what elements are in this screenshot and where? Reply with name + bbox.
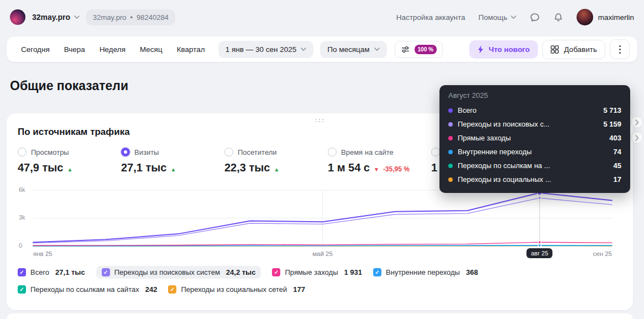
chevron-right-icon bbox=[635, 119, 639, 125]
top-bar-right: Настройка аккаунта Помощь maximerlin bbox=[396, 9, 634, 25]
legend-label: Прямые заходы bbox=[285, 268, 338, 276]
radio-icon bbox=[328, 148, 337, 156]
chevron-down-icon bbox=[301, 48, 306, 51]
metric-value: 1 м 54 с bbox=[328, 161, 370, 174]
more-options-button[interactable] bbox=[610, 39, 630, 59]
tooltip-row: Переходы по ссылкам на ... 45 bbox=[448, 159, 621, 172]
sampling-badge: 100 % bbox=[415, 45, 437, 54]
radio-icon bbox=[224, 148, 233, 156]
preset-month[interactable]: Месяц bbox=[133, 41, 169, 58]
trend-up-icon: ▲ bbox=[274, 166, 279, 172]
metric-value: 27,1 тыс bbox=[121, 161, 166, 174]
metric-time-on-site[interactable]: Время на сайте 1 м 54 с▼-35,95 % bbox=[328, 148, 431, 174]
add-button[interactable]: Добавить bbox=[542, 40, 605, 59]
checkbox-icon: ✓ bbox=[272, 268, 280, 276]
sampling-control[interactable]: 100 % bbox=[395, 41, 443, 58]
series-dot-icon bbox=[448, 108, 453, 113]
metric-views[interactable]: Просмотры 47,9 тыс▲ bbox=[18, 148, 121, 174]
counter-logo[interactable] bbox=[10, 9, 25, 25]
account-settings-link[interactable]: Настройка аккаунта bbox=[396, 13, 465, 22]
preset-today[interactable]: Сегодня bbox=[14, 41, 56, 58]
metric-value: 47,9 тыс bbox=[18, 161, 63, 174]
y-tick: 3k bbox=[19, 214, 25, 221]
tooltip-label: Переходы по ссылкам на ... bbox=[458, 161, 550, 170]
series-dot-icon bbox=[448, 164, 453, 168]
x-tick-highlighted: авг 25 bbox=[526, 248, 552, 258]
lightning-icon bbox=[478, 45, 484, 54]
add-label: Добавить bbox=[564, 45, 597, 54]
help-menu[interactable]: Помощь bbox=[479, 13, 516, 22]
tooltip-label: Прямые заходы bbox=[458, 134, 511, 142]
help-label: Помощь bbox=[479, 13, 507, 22]
whats-new-button[interactable]: Что нового bbox=[469, 40, 538, 59]
radio-selected-icon bbox=[121, 148, 130, 156]
tooltip-row: Всего 5 713 bbox=[448, 103, 621, 117]
scroll-next-button[interactable] bbox=[631, 132, 643, 144]
x-tick: сен 25 bbox=[593, 250, 612, 257]
tooltip-value: 74 bbox=[614, 148, 621, 156]
series-dot-icon bbox=[448, 136, 453, 140]
preset-yesterday[interactable]: Вчера bbox=[57, 41, 92, 58]
legend-value: 27,1 тыс bbox=[55, 268, 85, 276]
metric-label: Просмотры bbox=[31, 148, 69, 156]
chevron-right-icon bbox=[635, 135, 639, 141]
counter-info: 32may.pro • 98240284 bbox=[86, 9, 175, 25]
metric-visitors[interactable]: Посетители 22,3 тыс▲ bbox=[224, 148, 328, 174]
counter-name: 32may.pro bbox=[93, 13, 126, 22]
chat-button[interactable] bbox=[530, 12, 540, 23]
chart-plot-area[interactable] bbox=[33, 187, 612, 247]
metric-value: 1 bbox=[431, 161, 437, 174]
x-tick: янв 25 bbox=[33, 250, 53, 257]
toolbar-right: Что нового Добавить bbox=[469, 39, 630, 59]
chart-legend: ✓ Всего 27,1 тыс ✓ Переходы из поисковых… bbox=[18, 266, 622, 296]
date-range-value: 1 янв — 30 сен 2025 bbox=[226, 45, 296, 54]
drag-handle[interactable] bbox=[314, 117, 326, 124]
legend-label: Переходы из поисковых систем bbox=[114, 268, 220, 276]
preset-quarter[interactable]: Квартал bbox=[170, 41, 212, 58]
legend-value: 242 bbox=[145, 285, 158, 294]
legend-value: 24,2 тыс bbox=[226, 268, 256, 276]
metric-visits[interactable]: Визиты 27,1 тыс▲ bbox=[121, 148, 224, 174]
tooltip-label: Всего bbox=[458, 106, 477, 114]
tooltip-label: Внутренние переходы bbox=[458, 148, 532, 156]
legend-value: 368 bbox=[466, 268, 478, 276]
series-dot-icon bbox=[448, 177, 453, 182]
kebab-icon bbox=[619, 45, 621, 47]
site-selector[interactable]: 32may.pro bbox=[32, 13, 80, 22]
x-tick: май 25 bbox=[312, 250, 333, 257]
y-axis: 6k 3k 0 bbox=[18, 187, 33, 247]
checkbox-icon: ✓ bbox=[373, 268, 381, 276]
user-menu[interactable]: maximerlin bbox=[577, 9, 634, 25]
tooltip-row: Прямые заходы 403 bbox=[448, 131, 621, 145]
chevron-down-icon bbox=[74, 15, 80, 19]
preset-week[interactable]: Неделя bbox=[93, 41, 132, 58]
legend-item-direct[interactable]: ✓ Прямые заходы 1 931 bbox=[272, 266, 362, 279]
legend-item-total[interactable]: ✓ Всего 27,1 тыс bbox=[18, 266, 85, 279]
y-tick: 0 bbox=[19, 242, 22, 249]
tooltip-row: Внутренние переходы 74 bbox=[448, 145, 621, 159]
chevron-down-icon bbox=[511, 15, 516, 19]
grouping-value: По месяцам bbox=[327, 45, 369, 54]
grouping-select[interactable]: По месяцам bbox=[320, 41, 386, 58]
notifications-button[interactable] bbox=[553, 12, 563, 23]
legend-label: Внутренние переходы bbox=[386, 268, 460, 276]
legend-label: Всего bbox=[30, 268, 49, 276]
report-toolbar: Сегодня Вчера Неделя Месяц Квартал 1 янв… bbox=[7, 36, 637, 62]
legend-item-internal[interactable]: ✓ Внутренние переходы 368 bbox=[373, 266, 478, 279]
metric-value: 22,3 тыс bbox=[224, 161, 270, 174]
site-selector-label: 32may.pro bbox=[32, 13, 70, 22]
legend-item-social[interactable]: ✓ Переходы из социальных сетей 177 bbox=[168, 283, 305, 296]
series-dot-icon bbox=[448, 150, 453, 154]
scroll-next-button[interactable] bbox=[631, 116, 643, 128]
sliders-icon bbox=[401, 45, 410, 54]
legend-item-links[interactable]: ✓ Переходы по ссылкам на сайтах 242 bbox=[18, 283, 157, 296]
trend-up-icon: ▲ bbox=[170, 166, 176, 172]
line-chart-svg bbox=[33, 187, 612, 247]
counter-id: 98240284 bbox=[137, 13, 169, 22]
date-range-select[interactable]: 1 янв — 30 сен 2025 bbox=[218, 41, 313, 58]
legend-label: Переходы по ссылкам на сайтах bbox=[30, 285, 139, 294]
chevron-down-icon bbox=[374, 48, 380, 51]
trend-up-icon: ▲ bbox=[67, 166, 72, 172]
legend-item-search[interactable]: ✓ Переходы из поисковых систем 24,2 тыс bbox=[96, 266, 261, 279]
tooltip-value: 45 bbox=[614, 161, 621, 170]
